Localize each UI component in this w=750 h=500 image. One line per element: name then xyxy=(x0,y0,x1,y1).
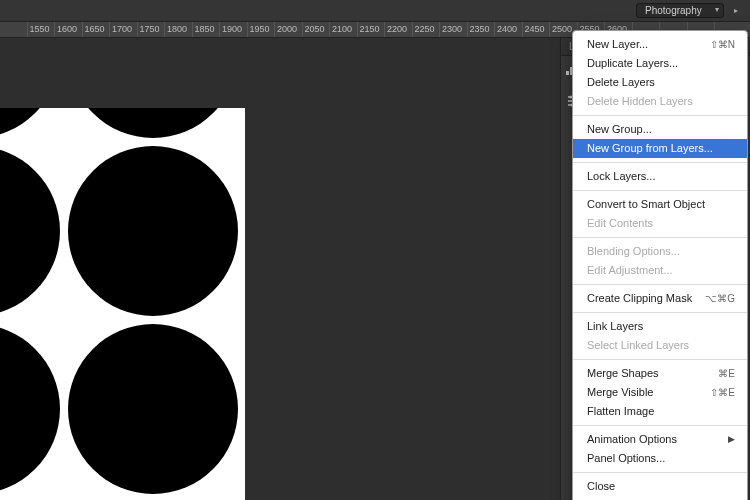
ruler-tick xyxy=(0,22,28,37)
ruler-tick: 2350 xyxy=(468,22,496,37)
menu-item[interactable]: Merge Visible⇧⌘E xyxy=(573,383,747,402)
submenu-arrow-icon: ▶ xyxy=(728,432,735,447)
ruler-tick: 1550 xyxy=(28,22,56,37)
menu-item-label: Convert to Smart Object xyxy=(587,197,705,212)
menu-item-label: Duplicate Layers... xyxy=(587,56,678,71)
menu-item-label: Link Layers xyxy=(587,319,643,334)
ruler-tick: 1600 xyxy=(55,22,83,37)
menu-item[interactable]: Merge Shapes⌘E xyxy=(573,364,747,383)
shape-circle[interactable] xyxy=(0,108,60,138)
menu-item-label: Select Linked Layers xyxy=(587,338,689,353)
menu-separator xyxy=(573,284,747,285)
menu-item: Edit Adjustment... xyxy=(573,261,747,280)
menu-item: Select Linked Layers xyxy=(573,336,747,355)
menu-item-label: Edit Contents xyxy=(587,216,653,231)
ruler-tick: 1850 xyxy=(193,22,221,37)
menu-item[interactable]: Animation Options▶ xyxy=(573,430,747,449)
menu-item[interactable]: New Layer...⇧⌘N xyxy=(573,35,747,54)
menu-item[interactable]: Panel Options... xyxy=(573,449,747,468)
menu-item: Edit Contents xyxy=(573,214,747,233)
ruler-tick: 2250 xyxy=(413,22,441,37)
menu-item-label: New Group... xyxy=(587,122,652,137)
menu-item-label: Create Clipping Mask xyxy=(587,291,692,306)
menu-item-label: Flatten Image xyxy=(587,404,654,419)
menu-item[interactable]: Create Clipping Mask⌥⌘G xyxy=(573,289,747,308)
ruler-tick: 1700 xyxy=(110,22,138,37)
menu-item-label: New Layer... xyxy=(587,37,648,52)
menu-shortcut: ⇧⌘N xyxy=(710,37,735,52)
menu-shortcut: ⇧⌘E xyxy=(710,385,735,400)
menu-item[interactable]: Link Layers xyxy=(573,317,747,336)
menu-item[interactable]: Close Tab Group xyxy=(573,496,747,500)
menu-item[interactable]: Delete Layers xyxy=(573,73,747,92)
menu-separator xyxy=(573,237,747,238)
menu-item-label: Animation Options xyxy=(587,432,677,447)
menu-item[interactable]: Convert to Smart Object xyxy=(573,195,747,214)
menu-item-label: Close xyxy=(587,479,615,494)
shape-circle[interactable] xyxy=(0,146,60,316)
ruler-tick: 2450 xyxy=(523,22,551,37)
menu-item[interactable]: New Group... xyxy=(573,120,747,139)
ruler-tick: 1800 xyxy=(165,22,193,37)
menu-item[interactable]: Duplicate Layers... xyxy=(573,54,747,73)
ruler-tick: 2050 xyxy=(303,22,331,37)
menu-item-label: New Group from Layers... xyxy=(587,141,713,156)
shape-circle[interactable] xyxy=(0,324,60,494)
menu-item-label: Panel Options... xyxy=(587,451,665,466)
shape-circle[interactable] xyxy=(68,146,238,316)
menu-separator xyxy=(573,472,747,473)
ruler-tick: 2300 xyxy=(440,22,468,37)
layers-panel-menu: New Layer...⇧⌘NDuplicate Layers...Delete… xyxy=(572,30,748,500)
canvas-viewport[interactable]: ◂◂ xyxy=(0,38,560,500)
menu-separator xyxy=(573,190,747,191)
workspace-label: Photography xyxy=(645,5,702,16)
menu-separator xyxy=(573,115,747,116)
menu-item[interactable]: Close xyxy=(573,477,747,496)
menu-separator xyxy=(573,425,747,426)
menu-item[interactable]: New Group from Layers... xyxy=(573,139,747,158)
menu-item-label: Merge Shapes xyxy=(587,366,659,381)
menu-item[interactable]: Flatten Image xyxy=(573,402,747,421)
menu-item-label: Delete Hidden Layers xyxy=(587,94,693,109)
menu-item: Delete Hidden Layers xyxy=(573,92,747,111)
workspace-switcher[interactable]: Photography xyxy=(636,3,724,18)
document-canvas[interactable] xyxy=(0,108,245,500)
ruler-tick: 1900 xyxy=(220,22,248,37)
ruler-tick: 2400 xyxy=(495,22,523,37)
panel-expand-toggle[interactable]: ▸ xyxy=(730,0,742,22)
menu-item-label: Blending Options... xyxy=(587,244,680,259)
menu-shortcut: ⌘E xyxy=(718,366,735,381)
menu-separator xyxy=(573,162,747,163)
menu-item-label: Lock Layers... xyxy=(587,169,655,184)
ruler-tick: 2150 xyxy=(358,22,386,37)
svg-rect-0 xyxy=(566,71,569,75)
menu-shortcut: ⌥⌘G xyxy=(705,291,735,306)
ruler-tick: 1950 xyxy=(248,22,276,37)
menu-item-label: Edit Adjustment... xyxy=(587,263,673,278)
ruler-tick: 2000 xyxy=(275,22,303,37)
ruler-tick: 1750 xyxy=(138,22,166,37)
shape-circle[interactable] xyxy=(68,108,238,138)
menu-item-label: Merge Visible xyxy=(587,385,653,400)
app-top-bar: Photography ▸ xyxy=(0,0,750,22)
menu-item[interactable]: Lock Layers... xyxy=(573,167,747,186)
menu-separator xyxy=(573,359,747,360)
menu-item: Blending Options... xyxy=(573,242,747,261)
ruler-tick: 2200 xyxy=(385,22,413,37)
ruler-tick: 1650 xyxy=(83,22,111,37)
shape-circle[interactable] xyxy=(68,324,238,494)
menu-item-label: Delete Layers xyxy=(587,75,655,90)
ruler-tick: 2100 xyxy=(330,22,358,37)
menu-separator xyxy=(573,312,747,313)
